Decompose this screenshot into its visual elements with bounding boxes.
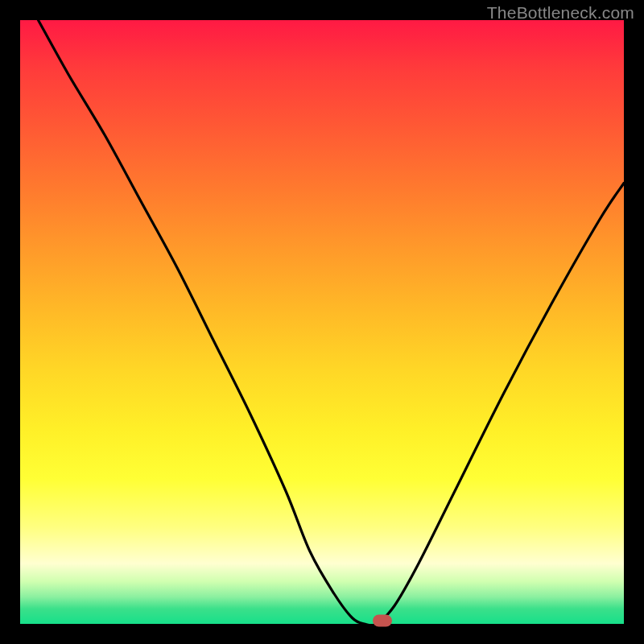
watermark-text: TheBottleneck.com: [487, 3, 634, 23]
plot-area: [20, 20, 624, 624]
bottleneck-curve: [20, 20, 624, 624]
frame: TheBottleneck.com: [0, 0, 644, 644]
optimum-marker: [373, 615, 392, 627]
